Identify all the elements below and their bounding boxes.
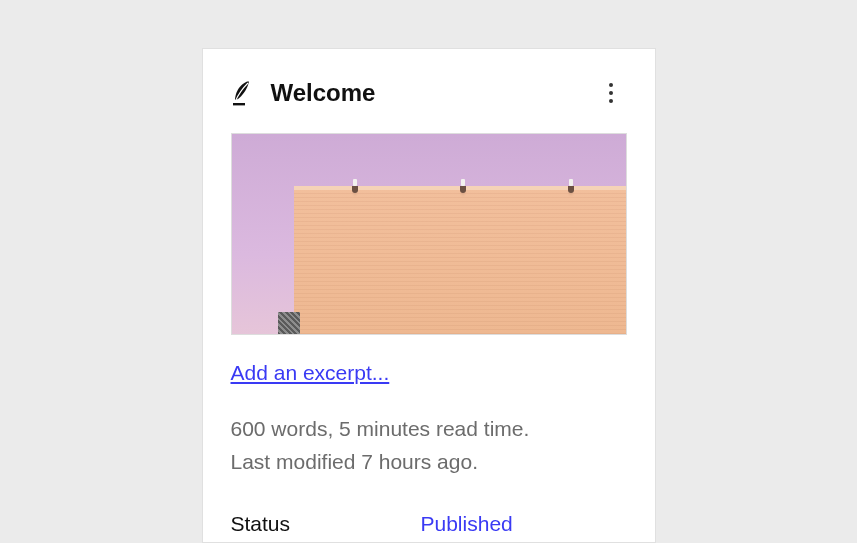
add-excerpt-link[interactable]: Add an excerpt... [231, 361, 390, 385]
status-value[interactable]: Published [421, 512, 513, 536]
svg-rect-0 [233, 103, 245, 105]
status-row: Status Published [231, 512, 627, 536]
more-options-button[interactable] [595, 77, 627, 109]
meta-words-readtime: 600 words, 5 minutes read time. [231, 413, 627, 446]
card-header: Welcome [231, 77, 627, 109]
status-label: Status [231, 512, 421, 536]
card-title: Welcome [271, 79, 376, 107]
post-card: Welcome Add an excerpt... 600 words, 5 m… [202, 48, 656, 543]
cover-image[interactable] [231, 133, 627, 335]
meta-last-modified: Last modified 7 hours ago. [231, 446, 627, 479]
quill-icon [231, 79, 253, 107]
title-group: Welcome [231, 79, 376, 107]
vertical-dots-icon [609, 83, 613, 103]
